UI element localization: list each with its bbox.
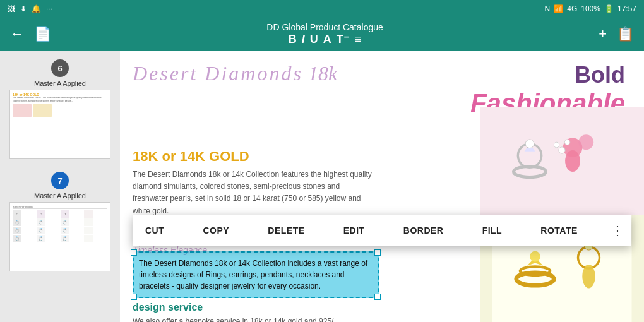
svg-point-4 [525,140,534,148]
svg-rect-0 [492,107,632,215]
svg-point-6 [565,150,580,172]
thumb6-img2 [33,104,52,117]
toolbar-left: ← 📄 [10,26,51,42]
add-button[interactable]: + [599,26,607,42]
thumb7-cell: 💍 [61,227,69,234]
signal-icon: 4G [567,4,577,13]
thumb7-cell: 💍 [61,235,69,242]
resize-handle-tl[interactable] [131,249,137,256]
status-left-icons: 🖼 ⬇ 🔔 ··· [8,4,52,13]
page-6-label: Master A Applied [34,80,86,87]
jewelry-top-image [480,107,644,215]
doc-icon[interactable]: 📄 [34,26,51,42]
rotate-button[interactable]: ROTATE [535,225,582,236]
download-icon: ⬇ [20,4,27,13]
toolbar: ← 📄 DD Global Product Catalogue B I U A … [0,18,644,51]
gold-description: The Desert Diamonds 18k or 14k Collectio… [133,169,373,217]
doc-title: DD Global Product Catalogue [266,22,383,32]
bold-button[interactable]: B [289,33,297,46]
thumb7-cell [84,218,93,226]
status-right-icons: N 📶 4G 100% 🔋 17:57 [545,4,636,13]
edit-icon[interactable]: 📋 [617,26,634,42]
battery-icon: 🔋 [604,4,614,13]
page-6-badge: 6 [51,59,69,77]
page-6-thumbnail: 18K or 14K GOLD The Desert Diamonds 18k … [9,90,110,159]
thumb7-cell [84,227,93,234]
context-menu: CUT COPY DELETE EDIT BORDER FILL ROTATE … [133,215,631,246]
resize-handle-tr[interactable] [374,249,381,256]
bold-text: Bold [470,62,625,88]
fill-button[interactable]: FILL [477,225,508,236]
back-button[interactable]: ← [10,26,24,42]
thumb7-cell: ○ [13,210,21,218]
text-format-button[interactable]: T⁻ [337,32,350,46]
thumb7-cell: 💍 [13,218,21,226]
delete-button[interactable]: DELETE [263,225,309,236]
sidebar: 6 Master A Applied 18K or 14K GOLD The D… [0,51,120,322]
selected-text-content: The Desert Diamonds 18k or 14k Collectio… [139,259,367,290]
menu-button[interactable]: ≡ [355,33,362,46]
svg-point-15 [530,251,540,262]
jewelry-top-svg [480,107,644,215]
toolbar-right: + 📋 [599,26,634,42]
photo-icon: 🖼 [8,4,15,13]
page-7-label: Master A Applied [34,192,86,200]
thumb7-cell: 💍 [37,218,45,226]
bell-icon: 🔔 [32,4,41,13]
resize-handle-br[interactable] [374,294,381,300]
thumb7-cell: 💍 [37,235,45,242]
nfc-label: N [545,4,551,13]
page-7-thumb[interactable]: 7 Master A Applied Sheer Perfection ○ ○ … [0,168,120,275]
format-bar: B I U A T⁻ ≡ [289,32,362,46]
thumb7-cell: 💍 [37,227,45,234]
more-icon: ··· [46,4,52,13]
page-6-thumb[interactable]: 6 Master A Applied 18K or 14K GOLD The D… [0,56,120,163]
doc-area: Desert Diamonds18k Bold Fashionable Qual… [120,51,644,322]
wifi-icon: 📶 [554,4,563,13]
thumb7-cell: 💍 [13,227,21,234]
svg-point-10 [564,140,570,145]
thumb6-text: The Desert Diamonds 18k or 14k Collectio… [13,97,107,102]
thumb7-cell: 💍 [61,218,69,226]
design-service-text: We also offer a bespoke service in 18k o… [133,316,347,322]
strikethrough-button[interactable]: A [323,33,331,46]
clock: 17:57 [617,4,636,13]
cut-button[interactable]: CUT [140,225,169,236]
thumb6-img1 [13,104,32,117]
thumb7-cell [84,210,93,218]
dd-title: Desert Diamonds [133,62,303,85]
toolbar-center: DD Global Product Catalogue B I U A T⁻ ≡ [266,22,383,46]
svg-point-8 [559,147,565,153]
edit-button[interactable]: EDIT [338,225,370,236]
svg-point-9 [554,142,559,148]
status-bar: 🖼 ⬇ 🔔 ··· N 📶 4G 100% 🔋 17:57 [0,0,644,18]
thumb7-cell: 💍 [13,235,21,242]
thumb7-cell: ○ [37,210,45,218]
more-options-button[interactable]: ⋮ [611,223,624,238]
italic-button[interactable]: I [302,33,305,46]
svg-point-17 [582,265,595,288]
battery-level: 100% [581,4,600,13]
page-7-badge: 7 [51,172,69,189]
main-content: 6 Master A Applied 18K or 14K GOLD The D… [0,51,644,322]
dd-18k: 18k [308,62,337,85]
gold-title: 18K or 14K GOLD [133,148,249,165]
thumb7-title: Sheer Perfection [13,205,107,209]
doc-page: Desert Diamonds18k Bold Fashionable Qual… [120,51,644,322]
thumb7-cell: ○ [61,210,69,218]
copy-button[interactable]: COPY [198,225,234,236]
page-7-thumbnail: Sheer Perfection ○ ○ ○ 💍 💍 💍 💍 [9,202,110,271]
resize-handle-bl[interactable] [131,294,137,300]
dd-title-area: Desert Diamonds18k [133,62,337,142]
svg-point-7 [578,134,593,150]
selected-textbox[interactable]: The Desert Diamonds 18k or 14k Collectio… [133,251,379,298]
border-button[interactable]: BORDER [398,225,449,236]
underline-button[interactable]: U [310,33,318,46]
thumb7-cell [84,235,93,242]
